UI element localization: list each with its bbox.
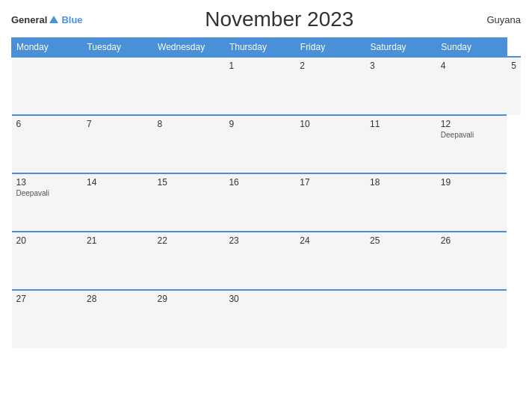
- day-number: 19: [441, 177, 502, 188]
- day-number: 25: [370, 235, 432, 246]
- calendar-week-row: 20212223242526: [12, 232, 522, 290]
- table-row: [153, 57, 225, 115]
- table-row: 26: [436, 232, 507, 290]
- day-number: 18: [370, 177, 432, 188]
- table-row: 7: [82, 115, 153, 173]
- table-row: 15: [153, 173, 225, 232]
- table-row: 3: [365, 57, 436, 115]
- logo-general-text: General: [11, 14, 47, 25]
- table-row: 2: [295, 57, 365, 115]
- day-number: 20: [16, 235, 78, 246]
- logo: General Blue: [11, 13, 83, 26]
- page-header: General Blue November 2023 Guyana: [11, 7, 521, 31]
- day-number: 30: [229, 294, 291, 304]
- header-wednesday: Wednesday: [153, 38, 225, 58]
- day-event: Deepavali: [441, 131, 502, 139]
- header-sunday: Sunday: [436, 38, 507, 58]
- table-row: [436, 290, 507, 348]
- header-friday: Friday: [295, 38, 365, 58]
- table-row: 13Deepavali: [12, 173, 82, 232]
- day-number: 8: [158, 119, 220, 129]
- day-number: 3: [370, 61, 432, 71]
- day-number: 1: [229, 61, 291, 71]
- weekday-header-row: Monday Tuesday Wednesday Thursday Friday…: [12, 38, 522, 58]
- day-number: 24: [300, 235, 361, 246]
- header-tuesday: Tuesday: [82, 38, 153, 58]
- day-number: 26: [441, 235, 502, 246]
- calendar-page: General Blue November 2023 Guyana Monday…: [0, 0, 532, 411]
- calendar-title: November 2023: [83, 7, 476, 31]
- calendar-table: Monday Tuesday Wednesday Thursday Friday…: [11, 37, 521, 348]
- table-row: 30: [224, 290, 295, 348]
- table-row: 24: [295, 232, 365, 290]
- table-row: 21: [82, 232, 153, 290]
- table-row: 5: [507, 57, 521, 115]
- table-row: [295, 290, 365, 348]
- table-row: 17: [295, 173, 365, 232]
- day-number: 15: [158, 177, 220, 188]
- table-row: 6: [12, 115, 82, 173]
- table-row: 12Deepavali: [436, 115, 507, 173]
- calendar-week-row: 6789101112Deepavali: [12, 115, 522, 173]
- table-row: [12, 57, 82, 115]
- table-row: 22: [153, 232, 225, 290]
- logo-triangle-icon: [49, 16, 58, 23]
- day-number: 14: [87, 177, 149, 188]
- table-row: 20: [12, 232, 82, 290]
- table-row: 19: [436, 173, 507, 232]
- table-row: 27: [12, 290, 82, 348]
- day-number: 16: [229, 177, 291, 188]
- table-row: 10: [295, 115, 365, 173]
- day-number: 23: [229, 235, 291, 246]
- table-row: 4: [436, 57, 507, 115]
- calendar-week-row: 13Deepavali141516171819: [12, 173, 522, 232]
- day-number: 22: [158, 235, 220, 246]
- day-event: Deepavali: [16, 189, 78, 197]
- day-number: 12: [441, 119, 502, 129]
- day-number: 9: [229, 119, 291, 129]
- table-row: 18: [365, 173, 436, 232]
- table-row: 25: [365, 232, 436, 290]
- day-number: 7: [87, 119, 149, 129]
- table-row: 14: [82, 173, 153, 232]
- day-number: 29: [158, 294, 220, 304]
- table-row: 11: [365, 115, 436, 173]
- day-number: 13: [16, 177, 78, 188]
- day-number: 5: [511, 61, 516, 71]
- logo-blue-text: Blue: [61, 14, 82, 25]
- table-row: 23: [224, 232, 295, 290]
- table-row: 1: [224, 57, 295, 115]
- day-number: 11: [370, 119, 432, 129]
- calendar-week-row: 27282930: [12, 290, 522, 348]
- day-number: 4: [441, 61, 502, 71]
- header-thursday: Thursday: [224, 38, 295, 58]
- table-row: 8: [153, 115, 225, 173]
- calendar-week-row: 12345: [12, 57, 522, 115]
- table-row: 9: [224, 115, 295, 173]
- day-number: 10: [300, 119, 361, 129]
- day-number: 6: [16, 119, 78, 129]
- table-row: [82, 57, 153, 115]
- table-row: 16: [224, 173, 295, 232]
- table-row: 29: [153, 290, 225, 348]
- day-number: 28: [87, 294, 149, 304]
- table-row: 28: [82, 290, 153, 348]
- header-saturday: Saturday: [365, 38, 436, 58]
- header-monday: Monday: [12, 38, 82, 58]
- day-number: 17: [300, 177, 361, 188]
- day-number: 21: [87, 235, 149, 246]
- day-number: 2: [300, 61, 361, 71]
- day-number: 27: [16, 294, 78, 304]
- table-row: [365, 290, 436, 348]
- country-label: Guyana: [476, 14, 521, 25]
